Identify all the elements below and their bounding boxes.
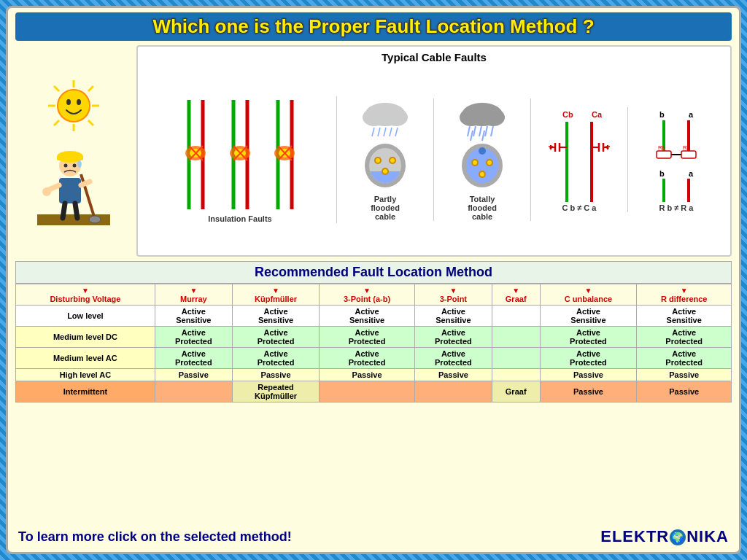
cell-mac-graaf [492,348,540,369]
svg-text:a: a [689,110,694,119]
table-row-medium-ac: Medium level AC ActiveProtected ActivePr… [16,348,732,369]
svg-rect-17 [57,156,83,160]
worker-icon [37,138,110,225]
cell-low-murray[interactable]: ActiveSensitive [155,306,232,327]
cell-high-murray[interactable]: Passive [155,369,232,381]
elektronika-logo[interactable]: ELEKTR🌍NIKA [600,527,729,546]
cb-ca-svg: Cb Ca [546,107,612,202]
cell-mac-c-unbalance[interactable]: ActiveProtected [540,348,637,369]
cell-low-3point-ab[interactable]: ActiveSensitive [320,306,415,327]
cell-high-3point[interactable]: Passive [414,369,492,381]
svg-rect-111 [681,151,696,158]
svg-line-73 [482,131,484,141]
svg-point-23 [42,187,51,196]
svg-line-51 [390,128,392,136]
cell-low-3point[interactable]: ActiveSensitive [414,306,492,327]
svg-point-61 [390,158,395,163]
top-section: Typical Cable Faults [15,45,732,257]
svg-point-76 [479,147,486,155]
fault-method-table: ▼Disturbing Voltage ▼Murray ▼Küpfmüller … [15,284,732,402]
cell-mac-kupfmuller[interactable]: ActiveProtected [232,348,319,369]
cable-insulation-1 [176,96,216,213]
cell-mdc-3point-ab[interactable]: ActiveProtected [320,327,415,348]
svg-point-18 [64,164,68,168]
cell-mdc-r-difference[interactable]: ActiveProtected [637,327,732,348]
outer-border: Which one is the Proper Fault Location M… [0,0,747,560]
svg-rect-47 [371,114,400,123]
cell-low-r-difference[interactable]: ActiveSensitive [637,306,732,327]
svg-line-24 [63,203,65,218]
arrow-icon-2: ▼ [190,287,197,295]
svg-line-25 [75,203,77,218]
fault-label-rb-ra: R b ≠ R a [659,203,694,212]
th-3point-ab[interactable]: ▼3-Point (a-b) [320,284,415,306]
cell-high-3point-ab[interactable]: Passive [320,369,415,381]
table-row-medium-dc: Medium level DC ActiveProtected ActivePr… [16,327,732,348]
svg-point-8 [58,90,90,122]
cell-low-c-unbalance[interactable]: ActiveSensitive [540,306,637,327]
cell-high-kupfmuller[interactable]: Passive [232,369,319,381]
sun-icon [44,77,103,135]
fault-group-rb-ra: b a b a [628,107,724,212]
svg-line-72 [471,131,473,141]
content-area: Typical Cable Faults [15,45,732,548]
svg-line-7 [54,120,59,125]
svg-line-49 [378,128,380,136]
svg-point-13 [89,216,101,223]
svg-line-69 [479,126,481,136]
svg-line-52 [395,128,398,136]
table-row-intermittent: Intermittent RepeatedKüpfmüller Graaf Pa… [16,381,732,402]
th-kupfmuller[interactable]: ▼Küpfmüller [232,284,319,306]
svg-point-10 [77,99,81,105]
cell-high-c-unbalance[interactable]: Passive [540,369,637,381]
arrow-icon-7: ▼ [585,287,592,295]
rec-method-title: Recommended Fault Location Method [15,261,732,284]
svg-text:Rb: Rb [658,144,666,151]
cell-high-r-difference[interactable]: Passive [637,369,732,381]
cell-mdc-murray[interactable]: ActiveProtected [155,327,232,348]
svg-line-48 [372,128,374,136]
cable-faults-title: Typical Cable Faults [144,51,724,63]
row-label-medium-dc: Medium level DC [16,327,155,348]
cable-insulation-3 [265,96,305,213]
cell-int-r-difference[interactable]: Passive [637,381,732,402]
logo-text-after: NIKA [686,527,729,545]
cell-mdc-kupfmuller[interactable]: ActiveProtected [232,327,319,348]
th-graaf[interactable]: ▼Graaf [492,284,540,306]
cell-mac-3point-ab[interactable]: ActiveProtected [320,348,415,369]
svg-rect-66 [468,114,497,123]
arrow-icon-4: ▼ [363,287,371,295]
svg-point-82 [480,172,484,176]
fault-label-insulation: Insulation Faults [208,214,271,223]
cell-low-kupfmuller[interactable]: ActiveSensitive [232,306,319,327]
cell-int-c-unbalance[interactable]: Passive [540,381,637,402]
row-label-low: Low level [16,306,155,327]
th-murray[interactable]: ▼Murray [155,284,232,306]
cell-int-graaf[interactable]: Graaf [492,381,540,402]
cell-mac-murray[interactable]: ActiveProtected [155,348,232,369]
th-r-difference[interactable]: ▼R difference [637,284,732,306]
cell-mdc-3point[interactable]: ActiveProtected [414,327,492,348]
main-card: Which one is the Proper Fault Location M… [6,6,741,554]
svg-point-60 [376,158,380,163]
svg-line-4 [54,86,59,91]
svg-text:Ra: Ra [683,144,691,151]
cell-mac-r-difference[interactable]: ActiveProtected [637,348,732,369]
svg-rect-14 [59,178,81,203]
table-row-high: High level AC Passive Passive Passive Pa… [16,369,732,381]
svg-line-6 [88,86,93,91]
cell-int-3point [414,381,492,402]
logo-text-before: ELEKTR [600,527,669,545]
row-label-medium-ac: Medium level AC [16,348,155,369]
cable-faults-box: Typical Cable Faults [136,45,732,257]
cell-int-kupfmuller[interactable]: RepeatedKüpfmüller [232,381,319,402]
arrow-icon-5: ▼ [449,287,457,295]
svg-line-67 [468,126,470,136]
th-3point[interactable]: ▼3-Point [414,284,492,306]
svg-point-81 [487,160,492,165]
cell-mac-3point[interactable]: ActiveProtected [414,348,492,369]
logo-globe-icon: 🌍 [670,529,686,545]
th-c-unbalance[interactable]: ▼C unbalance [540,284,637,306]
cable-diagrams: Insulation Faults [144,68,724,251]
cell-mdc-c-unbalance[interactable]: ActiveProtected [540,327,637,348]
